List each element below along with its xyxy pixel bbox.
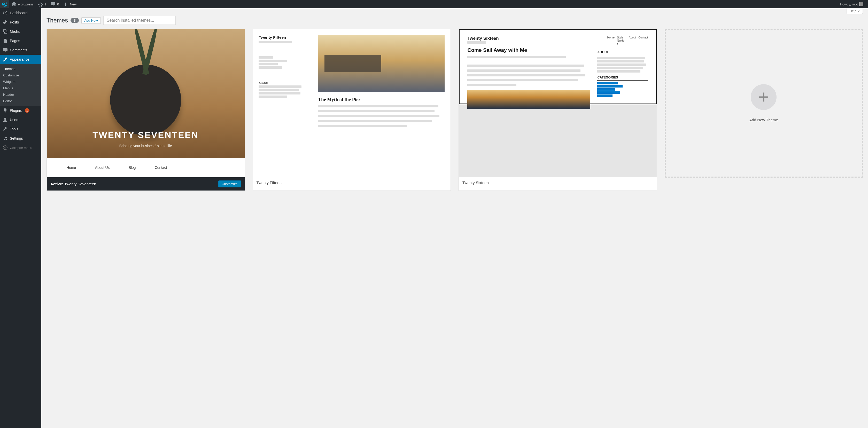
collapse-icon xyxy=(3,145,8,150)
admin-bar-right: Howdy, root xyxy=(838,0,868,8)
add-new-button[interactable]: Add New xyxy=(82,17,101,24)
plugin-icon xyxy=(3,108,8,113)
add-new-theme-card[interactable]: Add New Theme xyxy=(665,29,863,177)
submenu-themes[interactable]: Themes xyxy=(0,66,41,72)
menu-label: Settings xyxy=(10,136,23,140)
plugins-update-badge: 1 xyxy=(25,108,29,113)
search-themes-input[interactable] xyxy=(103,16,176,25)
submenu-menus[interactable]: Menus xyxy=(0,85,41,91)
site-name-menu[interactable]: wordpress xyxy=(9,0,36,8)
wp-logo-menu[interactable] xyxy=(0,0,9,8)
comments-icon xyxy=(3,47,8,53)
theme-bar: Active: Twenty Seventeen Customize xyxy=(47,177,245,191)
update-icon xyxy=(38,2,43,7)
howdy-label: Howdy, root xyxy=(840,2,858,6)
page-icon xyxy=(3,38,8,43)
menu-label: Media xyxy=(10,29,20,34)
collapse-menu[interactable]: Collapse menu xyxy=(0,143,41,152)
comments-menu[interactable]: 0 xyxy=(48,0,61,8)
account-menu[interactable]: Howdy, root xyxy=(838,0,865,8)
theme-bar: Twenty Fifteen xyxy=(253,177,451,188)
menu-comments[interactable]: Comments xyxy=(0,45,41,55)
content-area: Help Themes 3 Add New TWENTY SEVENTEEN B… xyxy=(41,8,868,428)
theme-grid: TWENTY SEVENTEEN Bringing your business'… xyxy=(46,29,863,191)
admin-bar: wordpress 1 0 New Howdy, root xyxy=(0,0,868,8)
menu-label: Dashboard xyxy=(10,11,28,15)
plus-icon xyxy=(757,91,770,103)
updates-count: 1 xyxy=(44,2,46,6)
avatar xyxy=(859,2,863,6)
submenu-widgets[interactable]: Widgets xyxy=(0,78,41,85)
collapse-label: Collapse menu xyxy=(10,146,32,150)
menu-pages[interactable]: Pages xyxy=(0,36,41,45)
menu-posts[interactable]: Posts xyxy=(0,18,41,27)
theme-count-badge: 3 xyxy=(70,18,79,23)
theme-name: Active: Twenty Seventeen xyxy=(51,182,96,186)
brush-icon xyxy=(3,57,8,62)
new-content-menu[interactable]: New xyxy=(61,0,79,8)
plus-circle xyxy=(751,84,777,110)
comment-icon xyxy=(51,2,56,7)
menu-dashboard[interactable]: Dashboard xyxy=(0,8,41,18)
menu-media[interactable]: Media xyxy=(0,27,41,36)
theme-card-twenty-sixteen[interactable]: Twenty Sixteen HomeStyle Guide ▾AboutCon… xyxy=(459,29,657,191)
theme-card-twenty-seventeen[interactable]: TWENTY SEVENTEEN Bringing your business'… xyxy=(46,29,245,191)
menu-label: Pages xyxy=(10,39,20,43)
menu-label: Plugins xyxy=(10,108,22,112)
tools-icon xyxy=(3,127,8,132)
menu-label: Comments xyxy=(10,48,27,52)
menu-label: Tools xyxy=(10,127,18,131)
comments-count: 0 xyxy=(57,2,59,6)
theme-card-twenty-fifteen[interactable]: Twenty Fifteen ABOUT The Myth xyxy=(253,29,451,191)
menu-label: Posts xyxy=(10,20,19,24)
theme-bar: Twenty Sixteen xyxy=(459,177,657,188)
theme-name: Twenty Fifteen xyxy=(256,180,282,185)
screen-meta: Help xyxy=(41,8,868,14)
menu-users[interactable]: Users xyxy=(0,115,41,124)
submenu-customize[interactable]: Customize xyxy=(0,72,41,78)
theme-screenshot: Twenty Sixteen HomeStyle Guide ▾AboutCon… xyxy=(459,29,657,177)
help-tab[interactable]: Help xyxy=(846,8,863,14)
help-label: Help xyxy=(849,9,857,13)
menu-appearance[interactable]: Appearance xyxy=(0,55,41,64)
admin-bar-left: wordpress 1 0 New xyxy=(0,0,79,8)
submenu-editor[interactable]: Editor xyxy=(0,98,41,104)
menu-label: Users xyxy=(10,118,20,122)
submenu-header[interactable]: Header xyxy=(0,91,41,98)
admin-sidebar: Dashboard Posts Media Pages Comments App… xyxy=(0,8,41,428)
dashboard-icon xyxy=(3,10,8,15)
updates-menu[interactable]: 1 xyxy=(36,0,48,8)
page-title: Themes xyxy=(46,17,68,24)
submenu-appearance: Themes Customize Widgets Menus Header Ed… xyxy=(0,64,41,106)
heading-row: Themes 3 Add New xyxy=(46,16,863,25)
plus-icon xyxy=(63,2,68,7)
chevron-down-icon xyxy=(858,10,860,12)
menu-plugins[interactable]: Plugins 1 xyxy=(0,106,41,115)
theme-screenshot: TWENTY SEVENTEEN Bringing your business'… xyxy=(47,29,245,177)
menu-label: Appearance xyxy=(10,57,29,61)
theme-screenshot: Twenty Fifteen ABOUT The Myth xyxy=(253,29,451,177)
customize-button[interactable]: Customize xyxy=(218,180,241,188)
menu-settings[interactable]: Settings xyxy=(0,134,41,143)
user-icon xyxy=(3,117,8,122)
site-name-label: wordpress xyxy=(18,2,34,6)
theme-name: Twenty Sixteen xyxy=(462,180,489,185)
media-icon xyxy=(3,29,8,34)
add-new-theme-label: Add New Theme xyxy=(749,118,778,122)
new-label: New xyxy=(70,2,76,6)
home-icon xyxy=(11,2,17,7)
wordpress-icon xyxy=(2,2,7,7)
pin-icon xyxy=(3,20,8,25)
settings-icon xyxy=(3,136,8,141)
menu-tools[interactable]: Tools xyxy=(0,124,41,134)
